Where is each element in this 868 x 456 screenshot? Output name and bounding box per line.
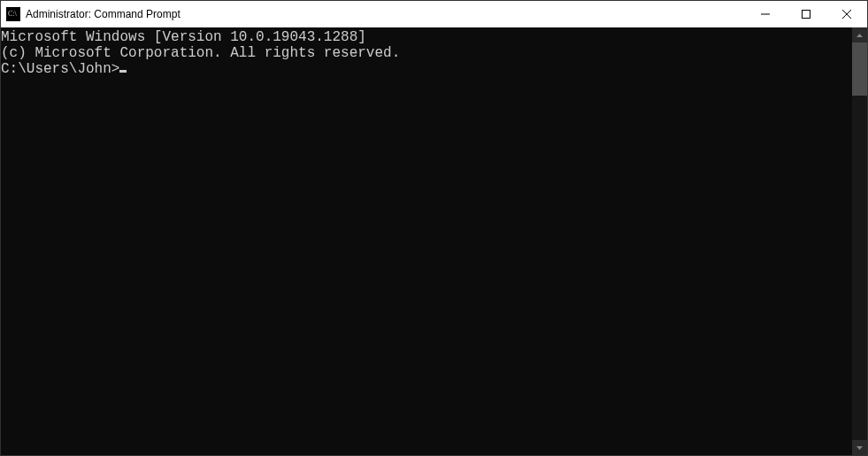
minimize-button[interactable] [745,1,786,27]
chevron-down-icon [856,446,863,450]
terminal-line: (c) Microsoft Corporation. All rights re… [1,45,852,61]
terminal-output[interactable]: Microsoft Windows [Version 10.0.19043.12… [1,27,852,455]
scrollbar-up-button[interactable] [852,27,867,43]
svg-rect-4 [803,11,810,19]
titlebar-left: C:\ Administrator: Command Prompt [1,1,181,27]
titlebar[interactable]: C:\ Administrator: Command Prompt [1,1,867,27]
terminal-prompt-line: C:\Users\John> [1,61,852,77]
cmd-icon: C:\ [6,7,20,21]
minimize-icon [761,10,770,19]
svg-text:C:\: C:\ [8,10,18,18]
terminal-container: Microsoft Windows [Version 10.0.19043.12… [1,27,867,455]
terminal-prompt: C:\Users\John> [1,61,119,77]
svg-marker-7 [856,34,863,37]
close-button[interactable] [826,1,867,27]
scrollbar-down-button[interactable] [852,440,867,455]
scrollbar-thumb[interactable] [852,43,867,96]
terminal-line: Microsoft Windows [Version 10.0.19043.12… [1,29,852,45]
maximize-icon [802,10,810,19]
terminal-cursor [119,70,127,73]
close-icon [842,10,851,19]
vertical-scrollbar[interactable] [852,27,867,455]
window-title: Administrator: Command Prompt [26,1,181,27]
maximize-button[interactable] [786,1,826,27]
chevron-up-icon [856,34,863,37]
window-controls [745,1,867,27]
svg-marker-8 [856,446,863,450]
scrollbar-track[interactable] [852,43,867,440]
command-prompt-window: C:\ Administrator: Command Prompt [0,0,868,456]
